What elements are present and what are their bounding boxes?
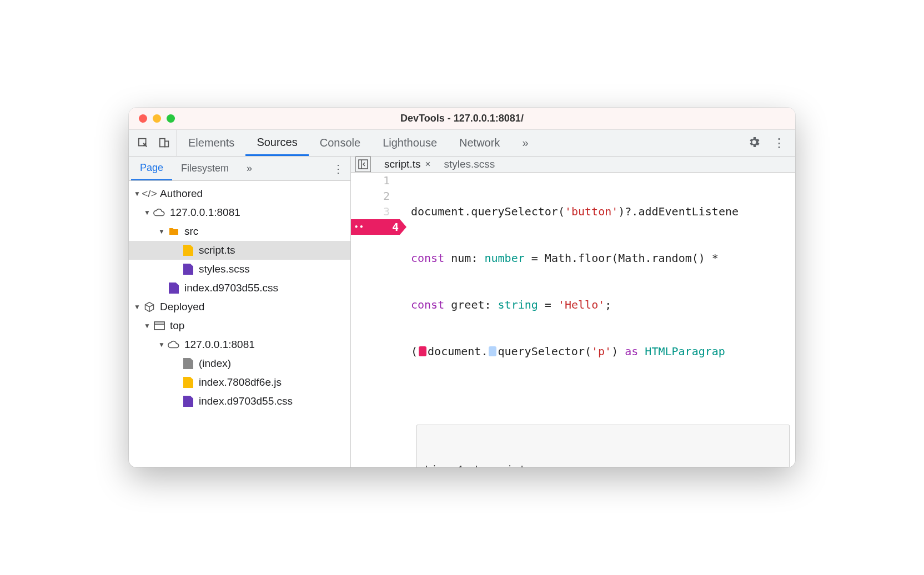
device-toolbar-icon[interactable] <box>158 137 171 150</box>
chevron-down-icon: ▼ <box>133 303 141 311</box>
tree-file-script-ts[interactable]: script.ts <box>129 241 350 260</box>
css-file-icon <box>168 282 180 294</box>
toolbar-right: ⋮ <box>747 135 795 151</box>
code-content[interactable]: document.querySelector('button')?.addEve… <box>404 173 795 467</box>
logpoint-editor: Line 4: Logpoint ▼ "Your number is ", e … <box>416 425 790 467</box>
tree-file-index[interactable]: (index) <box>129 354 350 373</box>
line-number: 3 <box>351 204 398 219</box>
tree-label: src <box>184 225 198 238</box>
chevron-down-icon: ▼ <box>158 228 165 235</box>
frame-icon <box>153 320 165 332</box>
tree-label: 127.0.0.1:8081 <box>170 206 240 219</box>
svg-rect-1 <box>160 138 165 147</box>
editor-tab-script-ts[interactable]: script.ts× <box>379 157 436 172</box>
tab-elements[interactable]: Elements <box>177 130 245 156</box>
logpoint-marker[interactable]: 4 <box>351 219 406 235</box>
chevron-down-icon: ▼ <box>143 322 151 330</box>
tree-label: Authored <box>160 188 203 200</box>
scss-file-icon <box>182 263 194 275</box>
sidebar-tabs: Page Filesystem » ⋮ <box>129 157 350 181</box>
svg-rect-2 <box>165 141 168 147</box>
chevron-down-icon: ▼ <box>133 190 141 198</box>
code-editor[interactable]: 1 2 3 4 4 document.querySelector('button… <box>351 173 795 467</box>
tab-lighthouse[interactable]: Lighthouse <box>371 130 448 156</box>
close-tab-icon[interactable]: × <box>425 159 430 170</box>
logpoint-type-selector[interactable]: Logpoint ▼ <box>475 462 536 467</box>
tree-folder-src[interactable]: ▼src <box>129 222 350 241</box>
devtools-window: DevTools - 127.0.0.1:8081/ Elements Sour… <box>129 108 795 467</box>
tree-label: index.7808df6e.js <box>199 376 282 389</box>
tree-top-frame[interactable]: ▼top <box>129 316 350 335</box>
sidebar-tab-filesystem[interactable]: Filesystem <box>172 157 238 180</box>
logpoint-line-label: Line 4: <box>425 462 469 467</box>
toggle-navigator-icon[interactable] <box>355 157 371 172</box>
tree-host-deployed[interactable]: ▼127.0.0.1:8081 <box>129 335 350 354</box>
tree-label: index.d9703d55.css <box>199 395 293 407</box>
inlay-hint-icon <box>419 346 426 356</box>
kebab-menu-icon[interactable]: ⋮ <box>773 136 785 150</box>
file-icon <box>182 357 194 370</box>
file-tree: ▼</>Authored ▼127.0.0.1:8081 ▼src script… <box>129 181 350 467</box>
editor-tab-label: styles.scss <box>444 158 495 170</box>
sidebar-tabs-overflow-icon[interactable]: » <box>238 157 261 180</box>
code-icon: </> <box>143 188 155 200</box>
main-tabs: Elements Sources Console Lighthouse Netw… <box>177 130 540 156</box>
tab-sources[interactable]: Sources <box>245 130 308 156</box>
line-gutter[interactable]: 1 2 3 4 4 <box>351 173 404 467</box>
tree-label: 127.0.0.1:8081 <box>184 339 255 351</box>
sidebar: Page Filesystem » ⋮ ▼</>Authored ▼127.0.… <box>129 157 351 467</box>
tree-label: Deployed <box>160 301 204 313</box>
tree-file-index-css-deployed[interactable]: index.d9703d55.css <box>129 392 350 411</box>
tree-deployed[interactable]: ▼Deployed <box>129 297 350 316</box>
window-title: DevTools - 127.0.0.1:8081/ <box>129 113 795 124</box>
settings-icon[interactable] <box>747 135 761 151</box>
js-file-icon <box>182 376 194 389</box>
tree-label: index.d9703d55.css <box>184 282 278 294</box>
body-split: Page Filesystem » ⋮ ▼</>Authored ▼127.0.… <box>129 157 795 467</box>
tree-file-styles-scss[interactable]: styles.scss <box>129 260 350 279</box>
inspect-element-icon[interactable] <box>137 137 150 150</box>
tree-label: script.ts <box>199 244 235 256</box>
chevron-down-icon: ▼ <box>143 209 151 216</box>
line-number: 2 <box>351 188 398 204</box>
editor-pane: script.ts× styles.scss 1 2 3 4 4 documen… <box>351 157 795 467</box>
chevron-down-icon: ▼ <box>158 341 165 349</box>
tree-host-authored[interactable]: ▼127.0.0.1:8081 <box>129 203 350 222</box>
editor-tab-label: script.ts <box>384 158 420 170</box>
inlay-hint-icon <box>489 346 496 356</box>
ts-file-icon <box>182 244 194 256</box>
tree-label: top <box>170 320 184 332</box>
svg-rect-3 <box>154 322 164 330</box>
tree-authored[interactable]: ▼</>Authored <box>129 184 350 203</box>
tree-label: styles.scss <box>199 263 250 275</box>
folder-icon <box>168 225 180 238</box>
tabs-overflow-icon[interactable]: » <box>511 130 539 156</box>
editor-tab-styles-scss[interactable]: styles.scss <box>438 157 500 172</box>
tree-label: (index) <box>199 357 231 370</box>
titlebar: DevTools - 127.0.0.1:8081/ <box>129 108 795 130</box>
sidebar-more-icon[interactable]: ⋮ <box>326 162 350 175</box>
toolbar-left <box>129 130 177 156</box>
tree-file-index-js[interactable]: index.7808df6e.js <box>129 373 350 392</box>
chevron-down-icon: ▼ <box>530 462 536 467</box>
css-file-icon <box>182 395 194 407</box>
cube-icon <box>143 301 155 313</box>
sidebar-tab-page[interactable]: Page <box>131 157 172 180</box>
tab-console[interactable]: Console <box>309 130 371 156</box>
logpoint-header: Line 4: Logpoint ▼ <box>425 462 781 467</box>
logpoint-type-label: Logpoint <box>475 462 526 467</box>
main-tabs-row: Elements Sources Console Lighthouse Netw… <box>129 130 795 157</box>
cloud-icon <box>153 206 165 219</box>
tab-network[interactable]: Network <box>448 130 511 156</box>
line-number: 1 <box>351 173 398 188</box>
editor-tabs: script.ts× styles.scss <box>351 157 795 173</box>
cloud-icon <box>168 339 180 351</box>
tree-file-index-css[interactable]: index.d9703d55.css <box>129 279 350 297</box>
